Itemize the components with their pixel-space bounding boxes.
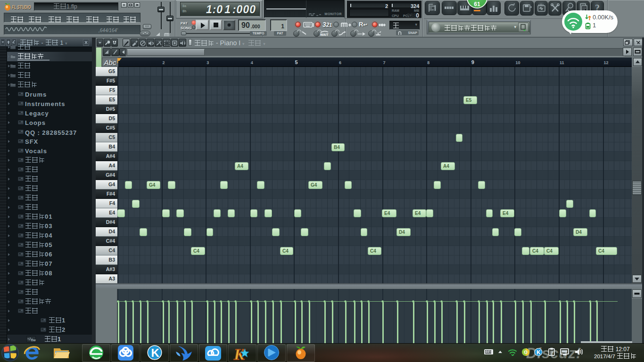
svg-text:K: K <box>537 349 541 356</box>
svg-text:K: K <box>151 346 160 359</box>
svg-text:,644/164': ,644/164' <box>99 28 118 33</box>
svg-text:DW: DW <box>31 339 36 342</box>
